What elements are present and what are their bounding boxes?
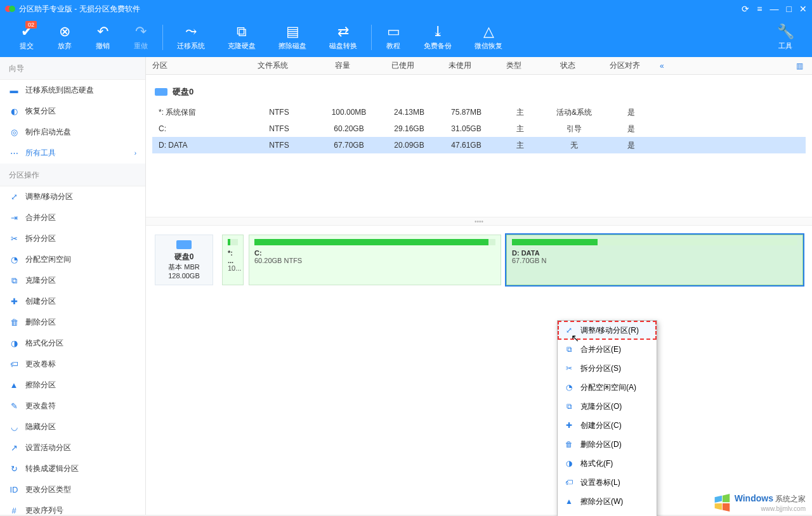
close-button[interactable]: ✕ [799,4,807,14]
op-wipe[interactable]: ▲擦除分区 [0,375,145,396]
col-partition[interactable]: 分区 [146,60,235,71]
merge-icon: ⧉ [564,345,574,354]
disk-icon [155,88,167,96]
wizard-header: 向导 [0,57,145,80]
wizard-migrate-ssd[interactable]: ▬迁移系统到固态硬盘 [0,80,145,101]
ctx-format[interactable]: ◑格式化(F) [558,454,657,473]
partition-block-c[interactable]: C: 60.20GB NTFS [249,235,501,285]
op-delete[interactable]: 🗑删除分区 [0,312,145,333]
ops-header: 分区操作 [0,164,145,186]
op-convert-logical[interactable]: ↻转换成逻辑分区 [0,458,145,479]
op-resize-move[interactable]: ⤢调整/移动分区 [0,186,145,207]
op-change-serial[interactable]: #更改序列号 [0,500,145,515]
col-used[interactable]: 已使用 [374,60,431,71]
ctx-delete[interactable]: 🗑删除分区(D) [558,435,657,454]
splitter-handle[interactable]: •••• [146,217,812,226]
ctx-merge[interactable]: ⧉合并分区(E) [558,340,657,359]
op-allocate-free[interactable]: ◔分配空闲空间 [0,249,145,270]
delete-icon: 🗑 [564,440,574,449]
free-backup-button[interactable]: ⤓免费备份 [412,20,463,55]
migrate-os-button[interactable]: ⤳迁移系统 [166,20,216,55]
undo-button[interactable]: ↶撤销 [84,20,122,55]
wipe-disk-button[interactable]: ▤擦除磁盘 [267,20,318,55]
col-fs[interactable]: 文件系统 [235,60,311,71]
op-split[interactable]: ✂拆分分区 [0,228,145,249]
tools-button[interactable]: 🔧工具 [766,20,804,55]
op-format[interactable]: ◑格式化分区 [0,333,145,354]
ctx-resize-move[interactable]: ⤢调整/移动分区(R) [558,321,657,340]
window-title: 分区助手专业版 - 无损分区免费软件 [19,4,742,15]
table-row[interactable]: C: NTFS 60.20GB 29.16GB 31.05GB 主 引导 是 [152,120,806,137]
op-change-type[interactable]: ID更改分区类型 [0,479,145,500]
svg-point-1 [9,6,15,12]
ctx-set-label[interactable]: 🏷设置卷标(L) [558,473,657,492]
disk-header[interactable]: 硬盘0 [152,81,806,104]
ctx-allocate[interactable]: ◔分配空闲空间(A) [558,378,657,397]
col-free[interactable]: 未使用 [431,60,488,71]
disk-icon [176,240,192,249]
menu-icon[interactable]: ≡ [757,4,762,14]
ctx-clone[interactable]: ⧉克隆分区(O) [558,397,657,416]
resize-icon: ⤢ [564,326,574,335]
windows-logo-icon [713,494,731,512]
toolbar-separator [162,25,163,50]
sidebar: 向导 ▬迁移系统到固态硬盘 ◐恢复分区 ◎制作启动光盘 ⋯所有工具› 分区操作 … [0,57,146,515]
op-merge[interactable]: ⇥合并分区 [0,207,145,228]
tutorial-button[interactable]: ▭教程 [374,20,412,55]
table-row-selected[interactable]: D: DATA NTFS 67.70GB 20.09GB 47.61GB 主 无… [152,137,806,153]
submit-button[interactable]: 02 ✔ 提交 [8,20,46,55]
col-size[interactable]: 容量 [311,60,374,71]
merge-icon: ⇥ [9,213,19,223]
convert-icon: ↻ [9,464,19,474]
maximize-button[interactable]: □ [787,4,792,14]
ctx-create[interactable]: ✚创建分区(C) [558,416,657,435]
ctx-wipe[interactable]: ▲擦除分区(W) [558,492,657,511]
allocate-icon: ◔ [564,383,574,392]
refresh-icon[interactable]: ⟳ [742,4,749,14]
redo-icon: ↷ [135,25,147,39]
redo-button[interactable]: ↷重做 [122,20,160,55]
partition-block-d-selected[interactable]: D: DATA 67.70GB N [506,235,803,285]
wizard-recover-partition[interactable]: ◐恢复分区 [0,101,145,122]
op-change-label[interactable]: 🏷更改卷标 [0,354,145,375]
op-clone[interactable]: ⧉克隆分区 [0,270,145,291]
ctx-advanced[interactable]: 高级操作(A)▶ [558,511,657,516]
window-controls: ⟳ ≡ — □ ✕ [742,4,807,14]
discard-button[interactable]: ⊗放弃 [46,20,84,55]
op-change-letter[interactable]: ✎更改盘符 [0,396,145,416]
partition-strip: *: ... 10... C: 60.20GB NTFS D: DATA 67.… [222,235,803,285]
partition-block-reserved[interactable]: *: ... 10... [222,235,244,285]
op-create[interactable]: ✚创建分区 [0,291,145,312]
ctx-split[interactable]: ✂拆分分区(S) [558,359,657,378]
more-icon: ⋯ [9,148,19,158]
wipe-icon: ▤ [286,25,299,39]
op-hide[interactable]: ◡隐藏分区 [0,416,145,437]
disk-info-block[interactable]: 硬盘0 基本 MBR 128.00GB [155,235,213,285]
col-type[interactable]: 类型 [488,60,539,71]
context-menu: ⤢调整/移动分区(R) ⧉合并分区(E) ✂拆分分区(S) ◔分配空闲空间(A)… [557,320,657,516]
op-set-active[interactable]: ↗设置活动分区 [0,437,145,458]
create-icon: ✚ [9,297,19,306]
table-row[interactable]: *: 系统保留 NTFS 100.00MB 24.13MB 75.87MB 主 … [152,104,806,120]
clone-disk-button[interactable]: ⧉克隆硬盘 [216,20,267,55]
col-align[interactable]: 分区对齐 [596,60,653,71]
allocate-icon: ◔ [9,255,19,264]
app-logo-icon [5,4,15,14]
minimize-button[interactable]: — [770,4,779,14]
usage-bar [228,239,238,245]
clone-icon: ⧉ [9,276,19,286]
col-status[interactable]: 状态 [539,60,596,71]
disk-map: 硬盘0 基本 MBR 128.00GB *: ... 10... C: 60.2… [146,226,812,294]
undo-icon: ↶ [97,25,108,39]
wizard-make-bootdisc[interactable]: ◎制作启动光盘 [0,122,145,143]
letter-icon: ✎ [9,401,19,411]
watermark: Windows 系统之家 www.bjjmlv.com [713,493,806,512]
view-toggle-button[interactable]: ▥ [796,61,803,70]
all-tools-button[interactable]: ⋯所有工具› [0,143,145,164]
disk-icon: ▬ [9,86,19,95]
convert-disk-button[interactable]: ⇄磁盘转换 [318,20,369,55]
disk-type: 基本 MBR [168,263,200,271]
collapse-columns-button[interactable]: « [660,61,664,70]
wechat-recover-button[interactable]: △微信恢复 [463,20,514,55]
titlebar: 分区助手专业版 - 无损分区免费软件 ⟳ ≡ — □ ✕ [0,0,812,18]
